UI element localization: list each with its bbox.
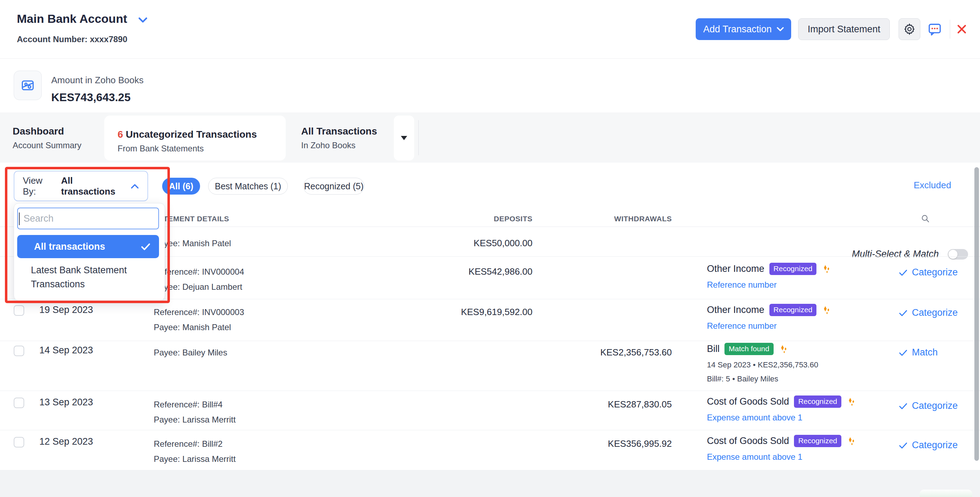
rule-link[interactable]: Expense amount above 1 — [707, 452, 802, 462]
table-row[interactable]: 12 Sep 2023 Reference#: Bill#2Payee: Lar… — [0, 430, 980, 470]
row-checkbox[interactable] — [14, 398, 24, 408]
chevron-down-icon[interactable] — [138, 17, 148, 23]
category-cell: Cost of Goods Sold Recognized Expense am… — [707, 395, 904, 422]
tab-dashboard-sublabel: Account Summary — [13, 140, 81, 150]
rule-link[interactable]: Reference number — [707, 321, 777, 331]
sparkle-icon — [821, 264, 832, 274]
dropdown-option-latest-bank-statement[interactable]: Latest Bank Statement Transactions — [17, 263, 150, 291]
check-icon — [899, 441, 908, 449]
close-icon — [956, 23, 968, 35]
col-withdrawals: WITHDRAWALS — [614, 215, 672, 223]
vertical-scrollbar[interactable] — [974, 167, 979, 461]
chevron-down-icon — [777, 27, 784, 32]
sparkle-icon — [821, 305, 832, 315]
tab-all-transactions[interactable]: All Transactions In Zoho Books — [301, 112, 377, 162]
check-icon — [141, 242, 151, 251]
table-search-button[interactable] — [918, 212, 932, 226]
filter-pill-recognized[interactable]: Recognized (5) — [303, 178, 364, 194]
tab-all-sublabel: In Zoho Books — [301, 140, 377, 150]
category-name: Cost of Goods Sold — [707, 396, 789, 407]
help-widget-peek — [920, 490, 972, 497]
rule-link[interactable]: Expense amount above 1 — [707, 413, 802, 422]
recognized-badge: Recognized — [769, 263, 817, 275]
excluded-link[interactable]: Excluded — [914, 180, 951, 191]
check-icon — [899, 349, 908, 357]
transaction-date: 13 Sep 2023 — [39, 397, 93, 408]
close-button[interactable] — [955, 21, 969, 37]
import-statement-label: Import Statement — [808, 24, 880, 35]
check-icon — [899, 309, 908, 317]
match-found-badge: Match found — [724, 343, 773, 355]
transaction-date: 14 Sep 2023 — [39, 345, 93, 356]
header-divider — [950, 20, 950, 39]
rule-link[interactable]: Reference number — [707, 280, 777, 290]
view-by-value: All transactions — [61, 175, 126, 197]
zoho-books-logo-icon — [20, 77, 36, 94]
filter-pill-all[interactable]: All (6) — [162, 178, 200, 194]
add-transaction-button[interactable]: Add Transaction — [696, 18, 791, 40]
categorize-button[interactable]: Categorize — [899, 440, 958, 451]
search-icon — [921, 214, 930, 223]
table-row[interactable]: 19 Sep 2023 Reference#: INV000003Payee: … — [0, 299, 980, 341]
match-button[interactable]: Match — [899, 347, 938, 358]
dropdown-option-all-transactions[interactable]: All transactions — [17, 235, 159, 258]
view-by-label: View By: — [23, 175, 56, 197]
tab-uncategorized-transactions[interactable]: 6 Uncategorized Transactions From Bank S… — [104, 116, 286, 161]
more-tabs-button[interactable] — [394, 116, 414, 161]
amount-value: KES743,643.25 — [51, 91, 130, 104]
text-caret — [19, 212, 20, 225]
categorize-button[interactable]: Categorize — [899, 400, 958, 411]
table-row[interactable]: 13 Sep 2023 Reference#: Bill#4Payee: Lar… — [0, 390, 980, 430]
chevron-up-icon — [130, 183, 139, 189]
page-title: Main Bank Account — [17, 12, 127, 25]
view-by-dropdown-trigger[interactable]: View By: All transactions — [14, 171, 148, 201]
table-row[interactable]: 14 Sep 2023 Payee: Bailey Miles KES2,356… — [0, 341, 980, 391]
amount-summary: Amount in Zoho Books KES743,643.25 — [0, 59, 980, 112]
category-cell: Other Income Recognized Reference number — [707, 263, 904, 290]
tab-uncategorized-sublabel: From Bank Statements — [118, 143, 286, 153]
recognized-badge: Recognized — [794, 435, 842, 447]
check-icon — [899, 269, 908, 276]
tab-dashboard-label: Dashboard — [13, 126, 81, 137]
tab-dashboard[interactable]: Dashboard Account Summary — [13, 112, 81, 162]
deposit-amount: KES50,000.00 — [474, 238, 533, 248]
category-name: Other Income — [707, 304, 765, 315]
col-deposits: DEPOSITS — [494, 215, 533, 223]
category-name: Bill — [707, 344, 719, 354]
row-checkbox[interactable] — [14, 437, 24, 448]
row-checkbox[interactable] — [14, 305, 24, 316]
category-cell: Cost of Goods Sold Recognized Expense am… — [707, 435, 904, 462]
add-transaction-label: Add Transaction — [703, 24, 772, 35]
search-input[interactable] — [17, 207, 159, 229]
triangle-down-icon — [401, 136, 407, 140]
view-by-dropdown-panel: All transactions Latest Bank Statement T… — [14, 203, 165, 301]
recognized-badge: Recognized — [769, 304, 817, 316]
sparkle-icon — [846, 436, 857, 446]
category-cell: Bill Match found 14 Sep 2023 • KES2,356,… — [707, 343, 904, 386]
page-bottom-area — [0, 470, 980, 497]
recognized-badge: Recognized — [794, 395, 842, 408]
row-checkbox[interactable] — [14, 346, 24, 356]
chat-icon — [927, 21, 942, 37]
category-name: Cost of Goods Sold — [707, 435, 789, 446]
tab-all-label: All Transactions — [301, 126, 377, 137]
filter-pill-best-matches[interactable]: Best Matches (1) — [208, 178, 288, 194]
deposit-amount: KES9,619,592.00 — [461, 307, 533, 317]
transaction-date: 19 Sep 2023 — [39, 304, 93, 315]
import-statement-button[interactable]: Import Statement — [798, 18, 890, 40]
tab-divider — [418, 120, 419, 155]
withdrawal-amount: KES356,995.92 — [608, 438, 672, 449]
feedback-button[interactable] — [927, 21, 943, 37]
statement-details: Payee: Bailey Miles — [154, 345, 227, 360]
amount-label: Amount in Zoho Books — [51, 75, 143, 86]
statement-details: Reference#: Bill#4Payee: Larissa Merritt — [154, 397, 235, 427]
check-icon — [899, 402, 908, 410]
categorize-button[interactable]: Categorize — [899, 267, 958, 278]
withdrawal-amount: KES287,830.05 — [608, 399, 672, 410]
tab-bar: Dashboard Account Summary 6 Uncategorize… — [0, 112, 980, 162]
banking-screen: Main Bank Account Account Number: xxxx78… — [0, 0, 980, 497]
category-cell: Other Income Recognized Reference number — [707, 304, 904, 331]
settings-button[interactable] — [899, 18, 920, 40]
statement-details: Reference#: Bill#2Payee: Larissa Merritt — [154, 436, 235, 467]
categorize-button[interactable]: Categorize — [899, 307, 958, 318]
